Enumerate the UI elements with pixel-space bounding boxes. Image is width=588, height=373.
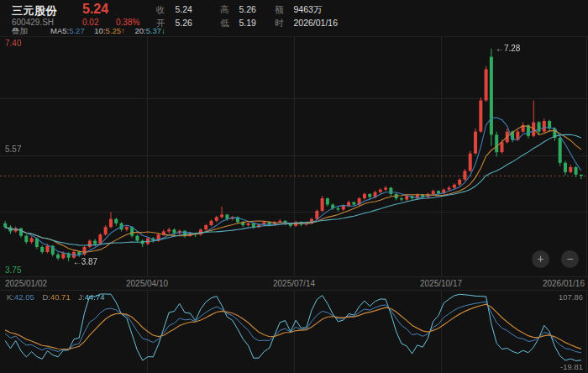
x-axis-label: 2025/07/14 [273, 277, 315, 291]
stock-chart-app: 三元股份 5.24 600429.SH 0.02 0.38% 收5.24 开5.… [0, 0, 588, 373]
ma5-label: MA5: [50, 26, 69, 35]
ma10-value: 5.25 [106, 26, 122, 35]
stock-name: 三元股份 [12, 3, 57, 18]
x-axis-label: 2025/10/17 [420, 277, 462, 291]
kdj-k-label: K: [7, 292, 14, 302]
kdj-j-label: J: [78, 292, 84, 302]
ma5-value: 5.27 [69, 26, 85, 35]
stat-close-value: 5.24 [176, 4, 192, 14]
y-axis-label-low: 3.75 [5, 265, 21, 275]
kdj-canvas[interactable] [0, 291, 588, 373]
stat-time-label: 时 [275, 18, 284, 28]
kdj-panel[interactable]: K:42.05 D:40.71 J:44.74 107.86 -19.81 [0, 290, 588, 373]
stat-time: 时2026/01/16 [275, 18, 338, 29]
stat-amount: 额9463万 [275, 4, 322, 16]
x-axis-label: 2026/01/16 [543, 277, 585, 291]
stat-time-value: 2026/01/16 [294, 18, 339, 28]
main-chart-canvas[interactable] [0, 37, 588, 276]
y-axis-label-high: 7.40 [5, 39, 21, 48]
zoom-controls: + − [532, 250, 579, 268]
stock-header: 三元股份 5.24 600429.SH 0.02 0.38% 收5.24 开5.… [0, 0, 588, 36]
kdj-d-value: 40.71 [50, 292, 71, 302]
stock-price: 5.24 [82, 2, 108, 17]
x-axis: 2025/01/02 2025/04/10 2025/07/14 2025/10… [0, 276, 588, 290]
stat-high-label: 高 [220, 4, 229, 14]
x-axis-label: 2025/04/10 [126, 277, 168, 291]
kdj-d-label: D: [42, 292, 50, 302]
stat-high: 高5.26 [220, 4, 256, 16]
ma20-label: 20: [134, 26, 145, 35]
main-chart-panel: 7.40 5.57 3.75 + − [0, 36, 588, 276]
zoom-in-button[interactable]: + [532, 250, 549, 268]
kdj-min-label: -19.81 [560, 362, 583, 371]
zoom-out-button[interactable]: − [561, 250, 579, 268]
stat-close: 收5.24 [156, 4, 192, 16]
ma10-label: 10: [94, 26, 105, 35]
stat-close-label: 收 [156, 4, 165, 14]
stat-open-value: 5.26 [176, 18, 192, 28]
ma20-value: 5.37 [146, 26, 162, 35]
kdj-max-label: 107.86 [559, 292, 583, 302]
stat-amount-label: 额 [275, 4, 284, 14]
kdj-j-value: 44.74 [85, 292, 105, 302]
stat-amount-value: 9463万 [294, 4, 323, 14]
ma10-up-arrow-icon: ↑ [121, 26, 125, 35]
x-axis-label: 2025/01/02 [5, 277, 47, 291]
stat-high-value: 5.26 [239, 4, 256, 14]
stat-low: 低5.19 [220, 18, 256, 29]
stat-low-label: 低 [220, 18, 229, 28]
ma20-down-arrow-icon: ↓ [161, 26, 165, 35]
y-axis-label-mid: 5.57 [5, 144, 21, 154]
stat-low-value: 5.19 [239, 18, 256, 28]
kdj-k-value: 42.05 [14, 292, 34, 302]
ma-legend: MA5:5.27 10:5.25↑ 20:5.37↓ [50, 26, 165, 35]
kdj-legend: K:42.05 D:40.71 J:44.74 [7, 292, 105, 302]
